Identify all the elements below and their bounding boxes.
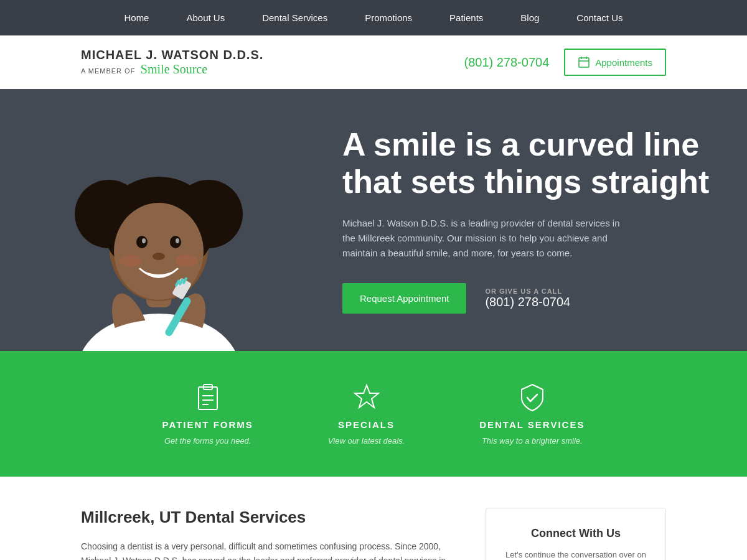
sidebar-title: Connect With Us [501,527,651,540]
nav-dental[interactable]: Dental Services [262,12,327,23]
call-number[interactable]: (801) 278-0704 [485,295,570,309]
hero-title: A smile is a curved line that sets thing… [342,126,710,201]
nav-patients[interactable]: Patients [449,12,483,23]
hero-section: A smile is a curved line that sets thing… [0,89,747,351]
calendar-icon [578,56,590,68]
band-label-specials: SPECIALS [338,419,395,430]
svg-rect-27 [199,387,217,409]
nav-home[interactable]: Home [124,12,149,23]
svg-point-25 [120,254,142,267]
brand-sub-text: A MEMBER OF [81,67,135,75]
section-title: Millcreek, UT Dental Services [81,508,461,527]
band-item-specials[interactable]: SPECIALS View our latest deals. [328,382,405,446]
star-icon [351,382,382,413]
svg-point-26 [176,254,198,267]
shield-check-icon [517,382,548,413]
hero-image [0,89,317,351]
hero-description: Michael J. Watson D.D.S. is a leading pr… [342,216,629,261]
band-sub-patient-forms: Get the forms you need. [164,436,251,446]
band-label-dental-services: DENTAL SERVICES [479,419,585,430]
call-label: OR GIVE US A CALL [485,287,570,295]
band-label-patient-forms: PATIENT FORMS [162,419,253,430]
band-sub-specials: View our latest deals. [328,436,405,446]
smile-source-logo: Smile Source [141,62,207,76]
request-appointment-button[interactable]: Request Appointment [342,283,466,314]
clipboard-icon [192,382,223,413]
header-phone[interactable]: (801) 278-0704 [464,55,549,70]
brand-name: MICHAEL J. WATSON D.D.S. [81,48,263,62]
sidebar-text: Let's continue the conversation over on … [501,549,651,560]
site-header: MICHAEL J. WATSON D.D.S. A MEMBER OF Smi… [0,35,747,89]
green-band-section: PATIENT FORMS Get the forms you need. SP… [0,351,747,477]
hero-actions: Request Appointment OR GIVE US A CALL (8… [342,283,710,314]
nav-about[interactable]: About Us [186,12,225,23]
band-item-dental-services[interactable]: DENTAL SERVICES This way to a brighter s… [479,382,585,446]
bottom-section: Millcreek, UT Dental Services Choosing a… [0,477,747,560]
brand-membership: A MEMBER OF Smile Source [81,62,263,77]
svg-marker-32 [355,385,378,408]
hero-content: A smile is a curved line that sets thing… [317,89,747,351]
svg-rect-0 [579,58,589,67]
svg-point-15 [176,238,179,243]
sidebar-card: Connect With Us Let's continue the conve… [486,508,666,560]
brand: MICHAEL J. WATSON D.D.S. A MEMBER OF Smi… [81,48,263,77]
section-text: Choosing a dentist is a very personal, d… [81,539,461,560]
svg-point-14 [142,238,146,243]
nav-contact[interactable]: Contact Us [576,12,622,23]
svg-point-16 [153,253,165,260]
hero-illustration [0,102,317,351]
main-content: Millcreek, UT Dental Services Choosing a… [81,508,461,560]
header-right: (801) 278-0704 Appointments [464,49,666,76]
appointments-button[interactable]: Appointments [564,49,666,76]
band-item-patient-forms[interactable]: PATIENT FORMS Get the forms you need. [162,382,253,446]
main-navigation: Home About Us Dental Services Promotions… [0,0,747,35]
svg-point-13 [170,236,181,248]
call-info: OR GIVE US A CALL (801) 278-0704 [485,287,570,309]
svg-point-12 [136,236,148,248]
band-sub-dental-services: This way to a brighter smile. [482,436,583,446]
nav-promotions[interactable]: Promotions [365,12,412,23]
nav-blog[interactable]: Blog [520,12,539,23]
